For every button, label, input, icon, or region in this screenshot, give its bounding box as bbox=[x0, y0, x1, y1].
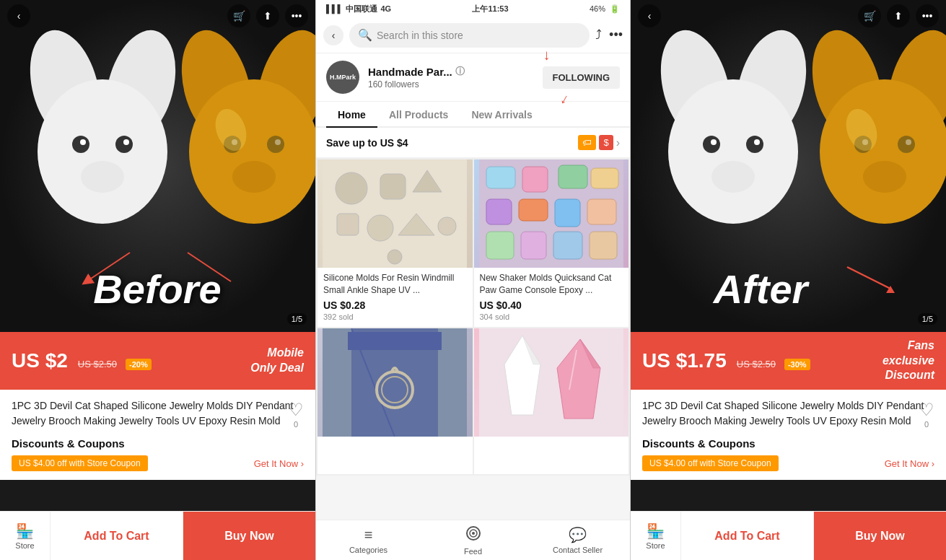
left-deal-label: MobileOnly Deal bbox=[250, 346, 304, 376]
mid-nav-feed[interactable]: Feed bbox=[421, 520, 525, 560]
right-back-button[interactable]: ‹ bbox=[638, 4, 661, 27]
right-cart-icon: 🛒 bbox=[864, 10, 876, 22]
product-card-4[interactable] bbox=[474, 328, 629, 474]
product-price-1: US $0.28 bbox=[323, 299, 467, 311]
svg-rect-33 bbox=[486, 167, 515, 188]
store-icon: 🏪 bbox=[16, 522, 34, 540]
right-bottom-bar: 🏪 Store Add To Cart Buy Now bbox=[631, 511, 946, 560]
product-title-2: New Shaker Molds Quicksand Cat Paw Game … bbox=[480, 272, 623, 297]
following-button[interactable]: FOLLOWING bbox=[543, 66, 620, 89]
right-share-button[interactable]: ⬆ bbox=[887, 4, 910, 27]
svg-point-77 bbox=[906, 139, 911, 145]
red-arrow-annotation-1: → bbox=[539, 49, 556, 64]
store-info: Handmade Par... ⓘ 160 followers bbox=[368, 65, 534, 89]
svg-point-75 bbox=[898, 136, 915, 153]
svg-point-3 bbox=[38, 79, 167, 224]
status-time: 上午11:53 bbox=[472, 4, 508, 14]
svg-point-28 bbox=[367, 215, 393, 241]
mid-nav-contact[interactable]: 💬 Contact Seller bbox=[525, 520, 630, 560]
svg-rect-39 bbox=[555, 199, 580, 227]
product-card-3[interactable] bbox=[317, 328, 473, 474]
svg-rect-42 bbox=[521, 232, 546, 259]
svg-point-79 bbox=[863, 161, 906, 193]
svg-point-67 bbox=[711, 139, 717, 145]
svg-point-66 bbox=[746, 136, 763, 153]
left-product-title: 1PC 3D Devil Cat Shaped Silicone Jewelry… bbox=[12, 398, 304, 429]
left-more-button[interactable]: ••• bbox=[285, 4, 308, 27]
right-cart-button[interactable]: 🛒 bbox=[858, 4, 881, 27]
mid-more-button[interactable]: ••• bbox=[609, 27, 623, 43]
right-top-nav: ‹ 🛒 ⬆ ••• bbox=[631, 0, 946, 32]
product-card-2[interactable]: New Shaker Molds Quicksand Cat Paw Game … bbox=[474, 159, 629, 327]
right-store-tab[interactable]: 🏪 Store bbox=[631, 512, 681, 560]
svg-rect-35 bbox=[559, 165, 587, 188]
left-add-to-cart-button[interactable]: Add To Cart bbox=[51, 512, 183, 560]
right-price-current: US $1.75 bbox=[642, 349, 727, 372]
mid-bottom-nav: ≡ Categories Feed 💬 Contact Seller bbox=[316, 520, 630, 560]
left-share-button[interactable]: ⬆ bbox=[256, 4, 279, 27]
search-input-container[interactable]: 🔍 Search in this store bbox=[349, 23, 590, 48]
product-card-1[interactable]: Silicone Molds For Resin Windmill Small … bbox=[317, 159, 473, 327]
right-page-indicator: 1/5 bbox=[918, 313, 937, 325]
svg-rect-27 bbox=[337, 214, 359, 235]
svg-text:Before: Before bbox=[93, 266, 221, 312]
left-get-it-now[interactable]: Get It Now › bbox=[254, 458, 304, 469]
left-discounts: Discounts & Coupons US $4.00 off with St… bbox=[12, 437, 304, 471]
left-cart-button[interactable]: 🛒 bbox=[227, 4, 250, 27]
right-buy-now-button[interactable]: Buy Now bbox=[814, 512, 946, 560]
left-price-bar: US $2 US $2.50 -20% MobileOnly Deal bbox=[0, 332, 315, 390]
dollar-icon: $ bbox=[599, 135, 613, 150]
categories-icon: ≡ bbox=[364, 527, 373, 543]
svg-point-24 bbox=[336, 172, 367, 204]
svg-point-64 bbox=[668, 79, 798, 224]
svg-point-73 bbox=[820, 79, 946, 224]
right-coupon-badge: US $4.00 off with Store Coupon bbox=[642, 455, 779, 471]
right-deal-label: FansexclusiveDiscount bbox=[883, 338, 934, 383]
svg-rect-51 bbox=[479, 328, 623, 437]
mid-nav-categories[interactable]: ≡ Categories bbox=[316, 520, 421, 560]
svg-rect-36 bbox=[591, 168, 618, 188]
svg-point-14 bbox=[267, 136, 284, 153]
left-product-info: 1PC 3D Devil Cat Shaped Silicone Jewelry… bbox=[0, 390, 315, 480]
right-wishlist-button[interactable]: ♡ 0 bbox=[919, 400, 934, 429]
product-image-3 bbox=[317, 328, 473, 437]
heart-icon: ♡ bbox=[288, 400, 304, 420]
svg-point-4 bbox=[72, 136, 89, 153]
right-add-to-cart-button[interactable]: Add To Cart bbox=[681, 512, 814, 560]
svg-point-65 bbox=[703, 136, 720, 153]
right-more-button[interactable]: ••• bbox=[916, 4, 939, 27]
left-back-button[interactable]: ‹ bbox=[7, 4, 30, 27]
product-title-1: Silicone Molds For Resin Windmill Small … bbox=[323, 272, 467, 297]
left-page-indicator: 1/5 bbox=[287, 313, 307, 325]
tab-new-arrivals[interactable]: New Arrivals bbox=[460, 102, 543, 128]
right-share-icon: ⬆ bbox=[894, 10, 903, 22]
mid-share-button[interactable]: ⤴ bbox=[595, 27, 602, 43]
left-store-tab[interactable]: 🏪 Store bbox=[0, 512, 51, 560]
tab-all-products[interactable]: All Products bbox=[377, 102, 460, 128]
right-discounts: Discounts & Coupons US $4.00 off with St… bbox=[642, 437, 934, 471]
right-price-bar: US $1.75 US $2.50 -30% FansexclusiveDisc… bbox=[631, 332, 946, 390]
svg-point-16 bbox=[275, 139, 281, 145]
mid-search-bar: ‹ 🔍 Search in this store ⤴ ••• bbox=[316, 17, 630, 53]
share-icon: ⬆ bbox=[263, 10, 272, 22]
right-panel: After ‹ 🛒 ⬆ ••• 1/5 US $1.75 US $2.50 bbox=[631, 0, 946, 560]
product-title-3 bbox=[323, 441, 467, 465]
coupon-icon: 🏷 bbox=[578, 135, 596, 150]
left-product-image: Before ‹ 🛒 ⬆ ••• 1/5 bbox=[0, 0, 315, 332]
right-product-title: 1PC 3D Devil Cat Shaped Silicone Jewelry… bbox=[642, 398, 934, 429]
mid-back-button[interactable]: ‹ bbox=[323, 25, 343, 45]
cart-icon: 🛒 bbox=[233, 10, 245, 22]
svg-rect-41 bbox=[486, 232, 514, 259]
more-icon: ••• bbox=[292, 10, 302, 22]
left-wishlist-button[interactable]: ♡ 0 bbox=[288, 400, 304, 429]
left-top-nav: ‹ 🛒 ⬆ ••• bbox=[0, 0, 315, 32]
store-info-icon: ⓘ bbox=[455, 65, 465, 78]
store-header: H.MPark Handmade Par... ⓘ 160 followers … bbox=[316, 53, 630, 102]
search-input[interactable]: Search in this store bbox=[377, 30, 463, 41]
search-icon: 🔍 bbox=[358, 28, 372, 42]
store-logo: H.MPark bbox=[326, 61, 359, 94]
product-sold-1: 392 sold bbox=[323, 312, 467, 321]
tab-home[interactable]: Home bbox=[326, 102, 377, 128]
left-buy-now-button[interactable]: Buy Now bbox=[183, 512, 315, 560]
right-get-it-now[interactable]: Get It Now › bbox=[885, 458, 934, 469]
